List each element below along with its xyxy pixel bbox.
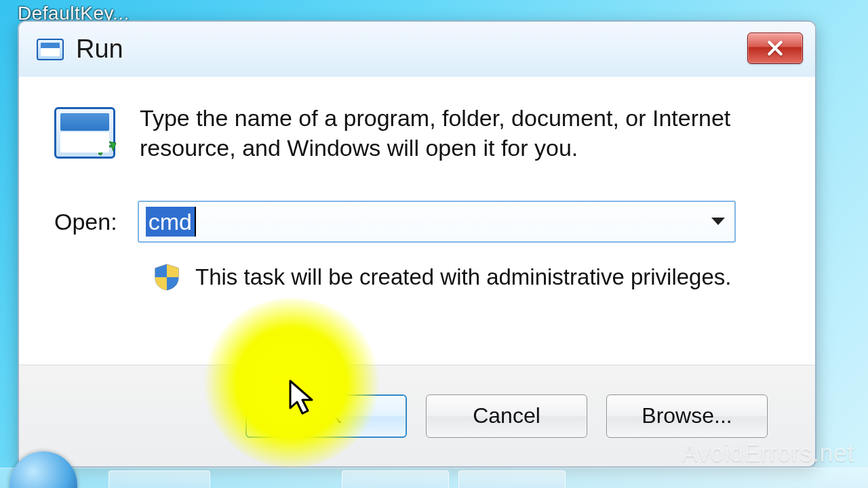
cancel-button[interactable]: Cancel — [426, 394, 587, 438]
uac-shield-icon — [153, 263, 180, 291]
chevron-down-icon — [711, 217, 726, 226]
taskbar-button-1[interactable] — [108, 470, 210, 488]
run-arrow-icon — [96, 136, 117, 158]
open-dropdown-button[interactable] — [702, 202, 734, 241]
admin-privileges-note: This task will be created with administr… — [195, 264, 731, 290]
run-program-icon — [37, 38, 64, 61]
run-dialog: Run Type the name of a program, folder, … — [18, 20, 816, 468]
close-icon — [766, 39, 784, 57]
dialog-description: Type the name of a program, folder, docu… — [140, 103, 750, 163]
dialog-title: Run — [76, 35, 123, 64]
taskbar-button-2[interactable] — [342, 470, 449, 488]
dialog-footer: OK Cancel Browse... — [19, 365, 815, 466]
open-input-value: cmd — [146, 207, 195, 237]
taskbar-button-3[interactable] — [458, 470, 566, 488]
run-large-icon — [54, 107, 115, 159]
browse-button[interactable]: Browse... — [606, 394, 768, 438]
taskbar[interactable] — [0, 468, 868, 488]
open-label: Open: — [54, 209, 117, 235]
dialog-body: Type the name of a program, folder, docu… — [19, 77, 815, 365]
open-input[interactable]: cmd — [139, 202, 702, 241]
close-button[interactable] — [747, 33, 803, 64]
titlebar[interactable]: Run — [19, 22, 815, 77]
open-combobox[interactable]: cmd — [138, 201, 736, 243]
ok-button[interactable]: OK — [245, 394, 407, 438]
